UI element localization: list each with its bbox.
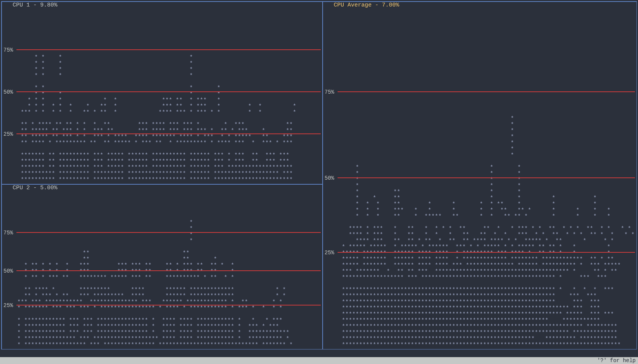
gridline-50 xyxy=(16,270,321,271)
gridline-25 xyxy=(16,133,321,134)
y-tick-label: 25% xyxy=(3,131,13,137)
help-hint: '?' for help xyxy=(597,358,636,364)
y-tick-label: 75% xyxy=(325,89,334,95)
terminal-screen: CPU 1 - 9.80% 75% 50% 25% * * * * * * * … xyxy=(0,0,638,364)
status-bar: '?' for help xyxy=(0,357,638,364)
panel-title-cpu1: CPU 1 - 9.80% xyxy=(11,2,59,8)
gridline-75 xyxy=(338,91,635,92)
chart-body-cpu-average: * * * * xyxy=(323,116,636,348)
y-tick-label: 75% xyxy=(3,230,13,236)
panel-title-cpu2: CPU 2 - 5.00% xyxy=(11,185,59,191)
y-tick-label: 25% xyxy=(325,250,334,256)
gridline-25 xyxy=(338,252,635,253)
gridline-75 xyxy=(16,232,321,233)
y-tick-label: 50% xyxy=(3,268,13,274)
gridline-50 xyxy=(16,91,321,92)
y-tick-label: 25% xyxy=(3,302,13,309)
panel-cpu2: CPU 2 - 5.00% 75% 50% 25% * * xyxy=(2,184,323,349)
panel-cpu-average: CPU Average - 7.00% 75% 50% 25% * * xyxy=(323,2,637,349)
y-tick-label: 75% xyxy=(3,47,13,53)
y-tick-label: 50% xyxy=(325,175,334,181)
gridline-50 xyxy=(338,177,635,178)
outer-border: CPU 1 - 9.80% 75% 50% 25% * * * * * * * … xyxy=(1,1,637,349)
panel-title-cpu-average: CPU Average - 7.00% xyxy=(332,2,401,8)
panel-cpu1: CPU 1 - 9.80% 75% 50% 25% * * * * * * * … xyxy=(2,2,323,184)
chart-body-cpu2: * * * * ** xyxy=(2,220,322,348)
y-tick-label: 50% xyxy=(3,89,13,95)
gridline-25 xyxy=(16,305,321,306)
chart-body-cpu1: * * * * * * * * * * * * * * * * xyxy=(2,55,322,183)
gridline-75 xyxy=(16,49,321,50)
